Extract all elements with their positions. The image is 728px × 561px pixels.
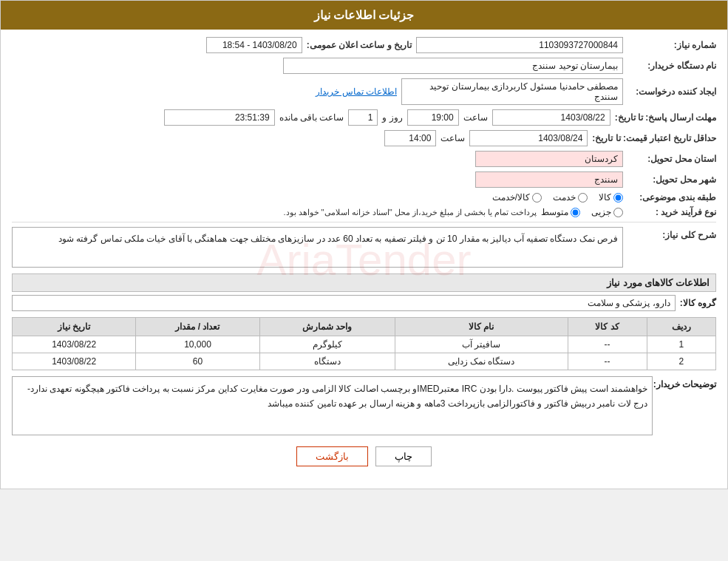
reply-days: 1 — [348, 109, 378, 126]
need-desc-row: شرح کلی نیاز: فرص نمک دستگاه تصفیه آب دی… — [12, 227, 716, 268]
reply-remain-label: ساعت باقی مانده — [279, 112, 344, 123]
province-label: استان محل تحویل: — [627, 154, 716, 164]
price-time-label: ساعت — [440, 133, 465, 143]
purchase-type-row: نوع فرآیند خرید : جزیی متوسط پرداخت تمام… — [12, 207, 716, 217]
purchase-motavasset-label: متوسط — [541, 207, 568, 217]
table-row: 1 -- سافیتر آب کیلوگرم 10,000 1403/08/22 — [13, 336, 716, 353]
creator-value: مصطفی حامدنیا مسئول کاربردازی بیمارستان … — [401, 78, 623, 105]
creator-label: ایجاد کننده درخواست: — [627, 86, 716, 97]
reply-days-label: روز و — [382, 112, 402, 123]
city-label: شهر محل تحویل: — [627, 174, 716, 185]
table-header-row: ردیف کد کالا نام کالا واحد شمارش تعداد /… — [13, 318, 716, 336]
reply-deadline-row: مهلت ارسال پاسخ: تا تاریخ: 1403/08/22 سا… — [12, 109, 716, 126]
purchase-note: پرداخت تمام یا بخشی از مبلغ خرید،از محل … — [283, 208, 537, 217]
cell-product-code: -- — [568, 353, 647, 370]
announce-date-label: تاریخ و ساعت اعلان عمومی: — [307, 40, 412, 50]
page-header: جزئیات اطلاعات نیاز — [1, 1, 727, 30]
buyer-notes-value: خواهشمند است پیش فاکتور پیوست .دارا بودن… — [12, 376, 653, 435]
buyer-notes-label: توضیحات خریدار: — [657, 376, 716, 390]
divider-1 — [12, 222, 716, 222]
page-wrapper: جزئیات اطلاعات نیاز AriaTender شماره نیا… — [0, 0, 728, 489]
need-desc-value: فرص نمک دستگاه تصفیه آب دیالیز به مقدار … — [12, 227, 623, 268]
cell-need-date: 1403/08/22 — [13, 353, 136, 370]
purchase-jazee-item: جزیی — [591, 207, 623, 217]
buyer-org-label: نام دستگاه خریدار: — [627, 61, 716, 71]
price-validity-label: حداقل تاریخ اعتبار قیمت: تا تاریخ: — [592, 133, 716, 143]
goods-group-value: دارو، پزشکی و سلامت — [12, 295, 676, 311]
col-product-code: کد کالا — [568, 318, 647, 336]
reply-time-label: ساعت — [463, 112, 488, 123]
category-khedmat-radio[interactable] — [578, 193, 588, 203]
purchase-type-label: نوع فرآیند خرید : — [627, 207, 716, 217]
category-kala-radio[interactable] — [613, 193, 623, 203]
cell-product-name: دستگاه نمک زدایی — [395, 353, 568, 370]
col-row-num: ردیف — [647, 318, 715, 336]
category-kala-khedmat-item: کالا/خدمت — [492, 192, 542, 203]
table-row: 2 -- دستگاه نمک زدایی دستگاه 60 1403/08/… — [13, 353, 716, 370]
footer-buttons: چاپ بازگشت — [12, 435, 716, 481]
col-quantity: تعداد / مقدار — [136, 318, 259, 336]
reply-remain: 23:51:39 — [164, 109, 275, 126]
buyer-org-value: بیمارستان توحید سنندج — [283, 58, 623, 74]
goods-table: ردیف کد کالا نام کالا واحد شمارش تعداد /… — [12, 317, 716, 370]
cell-product-code: -- — [568, 336, 647, 353]
city-value: سنندج — [475, 171, 623, 188]
reply-date: 1403/08/22 — [492, 109, 610, 126]
col-product-name: نام کالا — [395, 318, 568, 336]
category-row: طبقه بندی موضوعی: کالا خدمت کالا/خدمت — [12, 192, 716, 203]
purchase-motavasset-radio[interactable] — [571, 208, 580, 217]
category-khedmat-item: خدمت — [553, 192, 588, 203]
city-row: شهر محل تحویل: سنندج — [12, 171, 716, 188]
announce-date-value: 1403/08/20 - 18:54 — [206, 37, 302, 53]
purchase-type-options: جزیی متوسط — [541, 207, 623, 217]
price-date: 1403/08/24 — [469, 130, 588, 146]
goods-section-title: اطلاعات کالاهای مورد نیاز — [12, 273, 716, 292]
content-area: AriaTender شماره نیاز: 1103093727000844 … — [1, 30, 727, 489]
buyer-notes-row: توضیحات خریدار: خواهشمند است پیش فاکتور … — [12, 376, 716, 435]
price-validity-row: حداقل تاریخ اعتبار قیمت: تا تاریخ: 1403/… — [12, 130, 716, 146]
page-title: جزئیات اطلاعات نیاز — [314, 9, 415, 21]
goods-group-row: گروه کالا: دارو، پزشکی و سلامت — [12, 295, 716, 311]
category-label: طبقه بندی موضوعی: — [627, 192, 716, 203]
category-kala-item: کالا — [599, 192, 623, 203]
cell-row-num: 1 — [647, 336, 715, 353]
contact-link[interactable]: اطلاعات تماس خریدار — [316, 86, 397, 97]
reply-deadline-label: مهلت ارسال پاسخ: تا تاریخ: — [615, 112, 716, 123]
cell-need-date: 1403/08/22 — [13, 336, 136, 353]
cell-quantity: 10,000 — [136, 336, 259, 353]
goods-group-label: گروه کالا: — [680, 298, 716, 308]
category-khedmat-label: خدمت — [553, 192, 576, 203]
province-row: استان محل تحویل: کردستان — [12, 151, 716, 167]
province-value: کردستان — [475, 151, 623, 167]
back-button[interactable]: بازگشت — [296, 446, 368, 466]
cell-row-num: 2 — [647, 353, 715, 370]
reply-time: 19:00 — [407, 109, 459, 126]
need-number-value: 1103093727000844 — [416, 37, 623, 53]
col-need-date: تاریخ نیاز — [13, 318, 136, 336]
cell-unit: دستگاه — [259, 353, 395, 370]
cell-quantity: 60 — [136, 353, 259, 370]
cell-product-name: سافیتر آب — [395, 336, 568, 353]
category-kala-khedmat-radio[interactable] — [532, 193, 542, 203]
price-time: 14:00 — [384, 130, 436, 146]
cell-unit: کیلوگرم — [259, 336, 395, 353]
col-unit: واحد شمارش — [259, 318, 395, 336]
creator-row: ایجاد کننده درخواست: مصطفی حامدنیا مسئول… — [12, 78, 716, 105]
category-radio-group: کالا خدمت کالا/خدمت — [492, 192, 623, 203]
goods-table-section: ردیف کد کالا نام کالا واحد شمارش تعداد /… — [12, 317, 716, 370]
need-number-label: شماره نیاز: — [627, 40, 716, 50]
purchase-jazee-label: جزیی — [591, 207, 611, 217]
category-kala-label: کالا — [599, 192, 611, 203]
print-button[interactable]: چاپ — [375, 446, 432, 466]
category-kala-khedmat-label: کالا/خدمت — [492, 192, 530, 203]
purchase-jazee-radio[interactable] — [613, 208, 623, 217]
buyer-org-row: نام دستگاه خریدار: بیمارستان توحید سنندج — [12, 58, 716, 74]
need-number-row: شماره نیاز: 1103093727000844 تاریخ و ساع… — [12, 37, 716, 53]
purchase-motavasset-item: متوسط — [541, 207, 580, 217]
need-desc-label: شرح کلی نیاز: — [627, 227, 716, 240]
